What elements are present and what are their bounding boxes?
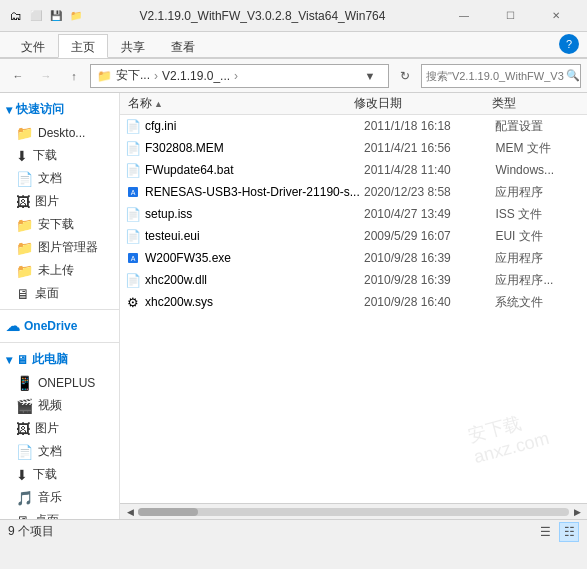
column-header-type[interactable]: 类型: [488, 95, 583, 112]
help-button[interactable]: ?: [559, 34, 579, 54]
address-path[interactable]: 📁 安下... › V2.1.19.0_... › ▼: [90, 64, 389, 88]
path-folder-icon: 📁: [97, 69, 112, 83]
path-part-2[interactable]: V2.1.19.0_...: [162, 69, 230, 83]
sidebar-item-oneplus[interactable]: 📱 ONEPLUS: [0, 372, 119, 394]
save-icon: 💾: [48, 8, 64, 24]
sidebar-item-downloads[interactable]: ⬇ 下载: [0, 144, 119, 167]
file-type: 应用程序...: [495, 272, 583, 289]
sidebar-item-desktop3[interactable]: 🖥 桌面: [0, 509, 119, 519]
sidebar-item-label-desktop: Deskto...: [38, 126, 85, 140]
sidebar-item-label-picmanager: 图片管理器: [38, 239, 98, 256]
hscroll-thumb[interactable]: [138, 508, 198, 516]
table-row[interactable]: 📄 testeui.eui 2009/5/29 16:07 EUI 文件: [120, 225, 587, 247]
table-row[interactable]: 📄 cfg.ini 2011/1/18 16:18 配置设置: [120, 115, 587, 137]
desktop2-icon: 🖥: [16, 286, 30, 302]
sidebar-item-label-uploads: 未上传: [38, 262, 74, 279]
ribbon: 文件 主页 共享 查看 ?: [0, 32, 587, 59]
table-row[interactable]: 📄 F302808.MEM 2011/4/21 16:56 MEM 文件: [120, 137, 587, 159]
file-type: 应用程序: [495, 184, 583, 201]
table-row[interactable]: 📄 FWupdate64.bat 2011/4/28 11:40 Windows…: [120, 159, 587, 181]
view-controls: ☰ ☷: [535, 522, 579, 542]
sidebar-item-label-video: 视频: [38, 397, 62, 414]
thispc-header[interactable]: ▾ 🖥 此电脑: [0, 347, 119, 372]
system-icon: ⬜: [28, 8, 44, 24]
file-type: Windows...: [495, 163, 583, 177]
sidebar-item-video[interactable]: 🎬 视频: [0, 394, 119, 417]
sidebar-item-label-music: 音乐: [38, 489, 62, 506]
svg-text:A: A: [131, 189, 136, 196]
file-type: EUI 文件: [495, 228, 583, 245]
file-icon: 📄: [124, 163, 142, 178]
file-list-container: 名称 ▲ 修改日期 类型 📄 cfg.ini 2011/1/18 16:18 配…: [120, 93, 587, 519]
file-type: ISS 文件: [495, 206, 583, 223]
hscroll-right-arrow[interactable]: ▶: [569, 504, 585, 520]
tab-home[interactable]: 主页: [58, 34, 108, 58]
file-date: 2020/12/23 8:58: [364, 185, 495, 199]
documents-icon: 📄: [16, 171, 33, 187]
sidebar-item-andown[interactable]: 📁 安下载: [0, 213, 119, 236]
up-button[interactable]: ↑: [62, 64, 86, 88]
onedrive-label: OneDrive: [24, 319, 77, 333]
thispc-chevron: ▾: [6, 353, 12, 367]
sidebar-item-desktop[interactable]: 📁 Deskto...: [0, 122, 119, 144]
table-row[interactable]: A W200FW35.exe 2010/9/28 16:39 应用程序: [120, 247, 587, 269]
file-name: W200FW35.exe: [145, 251, 364, 265]
hscroll-left-arrow[interactable]: ◀: [122, 504, 138, 520]
quick-access-header[interactable]: ▾ 快速访问: [0, 97, 119, 122]
file-date: 2009/5/29 16:07: [364, 229, 495, 243]
list-view-button[interactable]: ☰: [535, 522, 555, 542]
tab-view[interactable]: 查看: [158, 34, 208, 57]
file-date: 2011/4/28 11:40: [364, 163, 495, 177]
path-part-1[interactable]: 安下...: [116, 67, 150, 84]
sidebar: ▾ 快速访问 📁 Deskto... ⬇ 下载 📄 文档 🖼 图片 📁 安下载 …: [0, 93, 120, 519]
file-type: 配置设置: [495, 118, 583, 135]
table-row[interactable]: A RENESAS-USB3-Host-Driver-21190-s... 20…: [120, 181, 587, 203]
hscroll-track[interactable]: [138, 508, 569, 516]
sidebar-item-documents[interactable]: 📄 文档: [0, 167, 119, 190]
back-button[interactable]: ←: [6, 64, 30, 88]
table-row[interactable]: ⚙ xhc200w.sys 2010/9/28 16:40 系统文件: [120, 291, 587, 313]
minimize-button[interactable]: —: [441, 0, 487, 32]
column-type-label: 类型: [492, 95, 516, 112]
downloads2-icon: ⬇: [16, 467, 28, 483]
table-row[interactable]: 📄 xhc200w.dll 2010/9/28 16:39 应用程序...: [120, 269, 587, 291]
pictures-icon: 🖼: [16, 194, 30, 210]
table-row[interactable]: 📄 setup.iss 2010/4/27 13:49 ISS 文件: [120, 203, 587, 225]
sidebar-item-downloads2[interactable]: ⬇ 下载: [0, 463, 119, 486]
tab-file[interactable]: 文件: [8, 34, 58, 57]
sidebar-item-label-downloads2: 下载: [33, 466, 57, 483]
file-date: 2010/9/28 16:39: [364, 273, 495, 287]
sidebar-item-pictures2[interactable]: 🖼 图片: [0, 417, 119, 440]
file-icon: ⚙: [124, 295, 142, 310]
refresh-button[interactable]: ↻: [393, 64, 417, 88]
sidebar-item-label-andown: 安下载: [38, 216, 74, 233]
column-header-date[interactable]: 修改日期: [350, 95, 489, 112]
horizontal-scrollbar[interactable]: ◀ ▶: [120, 503, 587, 519]
desktop-icon: 📁: [16, 125, 33, 141]
sidebar-item-documents2[interactable]: 📄 文档: [0, 440, 119, 463]
column-header-name[interactable]: 名称 ▲: [124, 95, 350, 112]
file-icon: 📄: [124, 119, 142, 134]
file-name: setup.iss: [145, 207, 364, 221]
details-view-button[interactable]: ☷: [559, 522, 579, 542]
sidebar-item-picmanager[interactable]: 📁 图片管理器: [0, 236, 119, 259]
path-separator-1: ›: [154, 69, 158, 83]
sidebar-item-pictures[interactable]: 🖼 图片: [0, 190, 119, 213]
file-type: 应用程序: [495, 250, 583, 267]
file-list: 📄 cfg.ini 2011/1/18 16:18 配置设置 📄 F302808…: [120, 115, 587, 503]
sidebar-item-uploads[interactable]: 📁 未上传: [0, 259, 119, 282]
sidebar-item-desktop2[interactable]: 🖥 桌面: [0, 282, 119, 305]
onedrive-header[interactable]: ☁ OneDrive: [0, 314, 119, 338]
sidebar-item-label-pictures2: 图片: [35, 420, 59, 437]
close-button[interactable]: ✕: [533, 0, 579, 32]
column-date-label: 修改日期: [354, 95, 402, 112]
file-name: cfg.ini: [145, 119, 364, 133]
search-input[interactable]: [426, 70, 564, 82]
forward-button[interactable]: →: [34, 64, 58, 88]
file-name: RENESAS-USB3-Host-Driver-21190-s...: [145, 185, 364, 199]
sidebar-item-music[interactable]: 🎵 音乐: [0, 486, 119, 509]
uploads-icon: 📁: [16, 263, 33, 279]
path-dropdown-button[interactable]: ▼: [358, 64, 382, 88]
maximize-button[interactable]: ☐: [487, 0, 533, 32]
tab-share[interactable]: 共享: [108, 34, 158, 57]
